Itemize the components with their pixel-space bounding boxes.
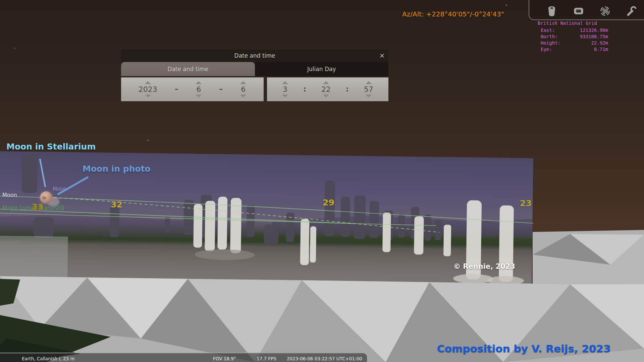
time-separator: : [303,85,306,93]
date-separator: – [175,85,178,93]
grid-row-label: Eye: [541,46,552,53]
tab-date-and-time[interactable]: Date and time [121,62,255,76]
dialog-title: Date and time [121,52,388,59]
close-icon[interactable]: ✕ [378,51,386,60]
stellarium-sky-view[interactable]: Moon in Stellarium Moon in photo Moon Mo… [0,0,644,362]
hour-value[interactable]: 3 [283,85,287,94]
azimuth-number-23: 23 [520,198,532,208]
grid-row-value: 933100.75m [580,34,608,40]
fps-status[interactable]: 17.7 FPS [257,356,276,361]
day-spinner: 6 [240,81,246,98]
spinner-down-icon[interactable] [196,95,202,98]
location-status[interactable]: Earth, Callanish I, 23 m [22,356,75,361]
month-value[interactable]: 6 [196,85,201,94]
dialog-spinners: 2023 – 6 – 6 3 [121,77,388,101]
moon-in-photo-label: Moon in photo [83,164,151,174]
grid-row-eye: Eye: 0.71m [538,46,608,53]
moon-in-stellarium-label: Moon in Stellarium [6,142,96,152]
spinner-up-icon[interactable] [366,81,372,84]
azimuth-number-29: 29 [323,198,334,207]
spinner-up-icon[interactable] [145,81,151,84]
azalt-readout: Az/Alt: +228°40'05"/-0°24'43" [402,10,504,18]
hour-spinner: 3 [282,81,288,98]
composition-credit: Composition by V. Reijs, 2023 [437,343,611,355]
azimuth-number-33: 33 [32,202,43,212]
spinner-up-icon[interactable] [282,81,288,84]
plugin-toolbar-panel [529,0,644,20]
fov-status[interactable]: FOV 18.9° [213,356,236,361]
time-separator: : [346,85,349,93]
grid-row-north: North: 933100.75m [538,34,608,40]
month-spinner: 6 [196,81,202,98]
screen-icon[interactable] [573,5,584,17]
grid-row-label: North: [541,34,558,40]
target-rings-icon[interactable] [599,5,611,17]
date-separator: – [219,85,223,93]
wrench-icon[interactable] [626,5,637,17]
standing-stone-icon[interactable] [546,5,557,17]
date-spinner-group: 2023 – 6 – 6 [121,77,264,101]
tab-julian-day[interactable]: Julian Day [255,62,389,76]
grid-row-height: Height: 22.92m [538,40,608,46]
spinner-down-icon[interactable] [145,95,151,98]
second-value[interactable]: 57 [364,85,373,94]
moon-photo-object-label: Moon [53,186,66,192]
dialog-tabs: Date and time Julian Day [121,62,388,76]
photo-credit: © Rennie, 2023 [453,262,515,270]
grid-row-label: Height: [541,40,560,46]
year-value[interactable]: 2023 [139,85,157,94]
spinner-up-icon[interactable] [323,81,329,84]
grid-row-value: 121326.96m [580,27,608,34]
spinner-down-icon[interactable] [366,95,372,98]
british-national-grid-panel: British National Grid East: 121326.96m N… [538,20,608,53]
spinner-up-icon[interactable] [240,81,246,84]
azimuth-number-32: 32 [111,200,122,209]
status-bar: Earth, Callanish I, 23 m FOV 18.9° 17.7 … [0,353,368,362]
grid-row-value: 0.71m [594,46,608,53]
spinner-down-icon[interactable] [282,95,288,98]
spinner-up-icon[interactable] [196,81,202,84]
grid-row-value: 22.92m [591,40,608,46]
datetime-status[interactable]: 2023-06-06 03:22:57 UTC+01:00 [287,356,362,361]
spinner-down-icon[interactable] [323,95,329,98]
moon-object-label: Moon [2,192,17,198]
grid-row-east: East: 121326.96m [538,27,608,34]
minute-value[interactable]: 22 [321,85,331,94]
time-spinner-group: 3 : 22 : 57 [267,77,388,101]
grid-panel-title: British National Grid [538,20,608,26]
date-time-dialog: Date and time ✕ Date and time Julian Day… [121,50,388,101]
minute-spinner: 22 [321,81,331,98]
grid-row-label: East: [541,27,555,34]
day-value[interactable]: 6 [241,85,246,94]
second-spinner: 57 [364,81,373,98]
spinner-down-icon[interactable] [240,95,246,98]
dialog-titlebar[interactable]: Date and time ✕ [121,50,388,62]
year-spinner: 2023 [139,81,157,98]
